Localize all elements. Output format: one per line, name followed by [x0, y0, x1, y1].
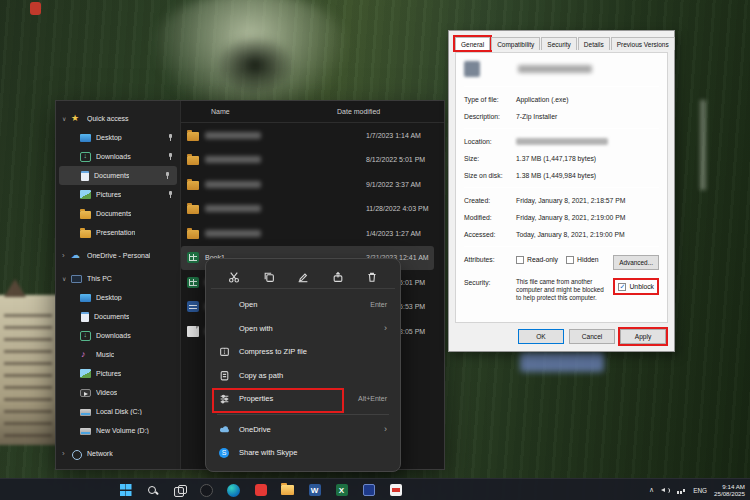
sidebar-item-pictures[interactable]: Pictures: [56, 185, 180, 204]
folder-icon: [187, 205, 199, 214]
chevron-down-icon[interactable]: [62, 115, 71, 122]
sidebar-item-pc-documents[interactable]: Documents: [56, 307, 180, 326]
sidebar-item-pc-downloads[interactable]: Downloads: [56, 326, 180, 345]
sidebar-item-label: Desktop: [96, 294, 122, 301]
menu-item-copy-as-path[interactable]: Copy as path: [211, 364, 395, 388]
clock[interactable]: 9:14 AM 25/08/2025: [714, 483, 745, 498]
word-icon[interactable]: [307, 483, 322, 498]
excel-icon[interactable]: [334, 483, 349, 498]
sidebar-item-downloads[interactable]: Downloads: [56, 147, 180, 166]
tab-security[interactable]: Security: [541, 37, 576, 50]
sidebar-item-documents-folder[interactable]: Documents: [56, 204, 180, 223]
sidebar-item-label: Quick access: [87, 115, 129, 122]
file-row[interactable]: 1/7/2023 1:14 AM: [181, 123, 444, 148]
app-icon-blue[interactable]: [361, 483, 376, 498]
sidebar-item-documents[interactable]: Documents: [59, 166, 177, 185]
chevron-right-icon[interactable]: [62, 251, 71, 260]
language-indicator[interactable]: ENG: [693, 487, 707, 494]
file-name-redacted: [518, 65, 592, 73]
column-header-name[interactable]: Name: [181, 108, 333, 115]
sidebar-item-desktop[interactable]: Desktop: [56, 128, 180, 147]
field-label: Created:: [464, 196, 516, 205]
tab-details[interactable]: Details: [578, 37, 610, 50]
pictures-icon: [80, 369, 91, 378]
start-button[interactable]: [118, 483, 133, 498]
speaker-icon[interactable]: [661, 486, 670, 495]
unblock-checkbox-group[interactable]: Unblock: [613, 278, 659, 295]
readonly-checkbox[interactable]: [516, 256, 524, 264]
file-row[interactable]: 8/12/2022 5:01 PM: [181, 148, 444, 173]
search-icon[interactable]: [145, 483, 160, 498]
chevron-down-icon[interactable]: [62, 275, 71, 282]
sidebar-item-label: Downloads: [96, 153, 131, 160]
app-icon-dark[interactable]: [199, 483, 214, 498]
blank-icon-slot: [219, 299, 231, 310]
menu-item-open[interactable]: Open Enter: [211, 293, 395, 317]
tab-compatibility[interactable]: Compatibility: [491, 37, 540, 50]
apply-button[interactable]: Apply: [620, 329, 666, 344]
separator: [464, 187, 659, 188]
generic-file-icon: [187, 326, 199, 337]
accessed-row: Accessed: Today, January 8, 2021, 2:19:0…: [456, 230, 667, 239]
cut-icon[interactable]: [227, 270, 241, 284]
readonly-checkbox-group[interactable]: Read-only: [516, 255, 558, 264]
edge-browser-icon[interactable]: [226, 483, 241, 498]
advanced-button[interactable]: Advanced...: [613, 255, 659, 270]
ok-button[interactable]: OK: [518, 329, 564, 344]
sidebar-item-pc-desktop[interactable]: Desktop: [56, 288, 180, 307]
app-icon-red[interactable]: [253, 483, 268, 498]
app-icon-white-red[interactable]: [388, 483, 403, 498]
delete-icon[interactable]: [365, 270, 379, 284]
copy-icon[interactable]: [262, 270, 276, 284]
sidebar-item-label: Network: [87, 450, 113, 457]
folder-icon: [187, 230, 199, 239]
menu-item-label: Compress to ZIP file: [239, 347, 307, 356]
modified-row: Modified: Friday, January 8, 2021, 2:19:…: [456, 213, 667, 222]
sidebar-item-local-disk-c[interactable]: Local Disk (C:): [56, 402, 180, 421]
file-row[interactable]: 11/28/2022 4:03 PM: [181, 197, 444, 222]
sidebar-item-presentation[interactable]: Presentation: [56, 223, 180, 242]
sidebar-item-network[interactable]: Network: [56, 444, 180, 463]
separator: [464, 128, 659, 129]
excel-file-icon: [187, 277, 199, 288]
network-icon: [71, 449, 82, 459]
chevron-right-icon[interactable]: [62, 449, 71, 458]
share-icon[interactable]: [331, 270, 345, 284]
unblock-checkbox[interactable]: [618, 283, 626, 291]
sidebar-item-pc-pictures[interactable]: Pictures: [56, 364, 180, 383]
task-view-icon[interactable]: [172, 483, 187, 498]
hidden-checkbox-group[interactable]: Hidden: [566, 255, 599, 264]
sidebar-item-onedrive[interactable]: OneDrive - Personal: [56, 246, 180, 265]
menu-item-properties[interactable]: Properties Alt+Enter: [211, 387, 395, 411]
sidebar-item-label: Documents: [96, 210, 131, 217]
tab-previous-versions[interactable]: Previous Versions: [611, 37, 675, 50]
file-row[interactable]: 9/1/2022 3:37 AM: [181, 172, 444, 197]
tab-general[interactable]: General: [455, 37, 490, 50]
sidebar-item-label: Music: [96, 351, 114, 358]
cancel-button[interactable]: Cancel: [569, 329, 615, 344]
checkbox-label: Hidden: [577, 255, 599, 264]
menu-item-compress-zip[interactable]: Compress to ZIP file: [211, 340, 395, 364]
menu-item-onedrive[interactable]: OneDrive ›: [211, 418, 395, 442]
tray-overflow-chevron-icon[interactable]: [649, 486, 654, 494]
sidebar-item-this-pc[interactable]: This PC: [56, 269, 180, 288]
location-row: Location:: [456, 137, 667, 146]
column-header-date-modified[interactable]: Date modified: [333, 108, 380, 115]
menu-item-share-skype[interactable]: Share with Skype: [211, 441, 395, 465]
sidebar-item-videos[interactable]: Videos: [56, 383, 180, 402]
menu-item-open-with[interactable]: Open with ›: [211, 317, 395, 341]
app-icon-redacted: [464, 61, 480, 77]
network-signal-icon[interactable]: [677, 486, 686, 495]
field-value: Friday, January 8, 2021, 2:19:00 PM: [516, 213, 625, 222]
sidebar-item-quick-access[interactable]: Quick access: [56, 109, 180, 128]
sidebar-item-music[interactable]: Music: [56, 345, 180, 364]
hidden-checkbox[interactable]: [566, 256, 574, 264]
rename-icon[interactable]: [296, 270, 310, 284]
pin-icon: [167, 191, 174, 199]
sidebar-item-new-volume-d[interactable]: New Volume (D:): [56, 421, 180, 440]
skype-icon: [219, 447, 231, 458]
sidebar-item-label: New Volume (D:): [96, 427, 149, 434]
file-explorer-icon[interactable]: [280, 483, 295, 498]
redacted-file-name: [205, 181, 261, 188]
file-row[interactable]: 1/4/2023 1:27 AM: [181, 221, 444, 246]
